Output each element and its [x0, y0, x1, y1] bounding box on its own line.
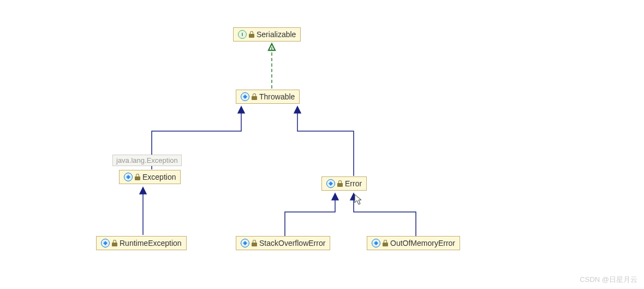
- lock-icon: [135, 174, 140, 180]
- node-label: OutOfMemoryError: [390, 239, 455, 247]
- node-serializable[interactable]: I Serializable: [233, 27, 301, 42]
- node-label: Serializable: [257, 30, 296, 39]
- node-stackoverflowerror[interactable]: StackOverflowError: [236, 236, 330, 250]
- node-exception[interactable]: Exception: [119, 170, 181, 184]
- node-throwable[interactable]: Throwable: [236, 90, 300, 104]
- class-icon: [241, 92, 249, 101]
- node-label: Throwable: [259, 92, 295, 101]
- lock-icon: [252, 240, 257, 246]
- mouse-cursor-icon: [354, 194, 363, 206]
- tooltip-text: java.lang.Exception: [116, 156, 178, 164]
- class-icon: [372, 239, 380, 247]
- tooltip-exception: java.lang.Exception: [112, 155, 182, 166]
- node-label: Exception: [142, 173, 176, 181]
- interface-icon: I: [238, 30, 247, 39]
- class-icon: [326, 179, 335, 188]
- node-label: StackOverflowError: [259, 239, 325, 247]
- lock-icon: [249, 31, 254, 38]
- lock-icon: [383, 240, 388, 246]
- lock-icon: [252, 93, 257, 100]
- class-icon: [101, 239, 110, 247]
- class-hierarchy-diagram: I Serializable Throwable java.lang.Excep…: [0, 0, 644, 289]
- lock-icon: [337, 180, 343, 187]
- node-label: Error: [345, 179, 362, 188]
- class-icon: [241, 239, 249, 247]
- node-outofmemoryerror[interactable]: OutOfMemoryError: [367, 236, 460, 250]
- lock-icon: [112, 240, 117, 246]
- node-label: RuntimeException: [120, 239, 182, 247]
- node-runtimeexception[interactable]: RuntimeException: [96, 236, 187, 250]
- watermark-text: CSDN @日星月云: [580, 275, 637, 285]
- node-error[interactable]: Error: [321, 176, 367, 191]
- class-icon: [124, 173, 133, 181]
